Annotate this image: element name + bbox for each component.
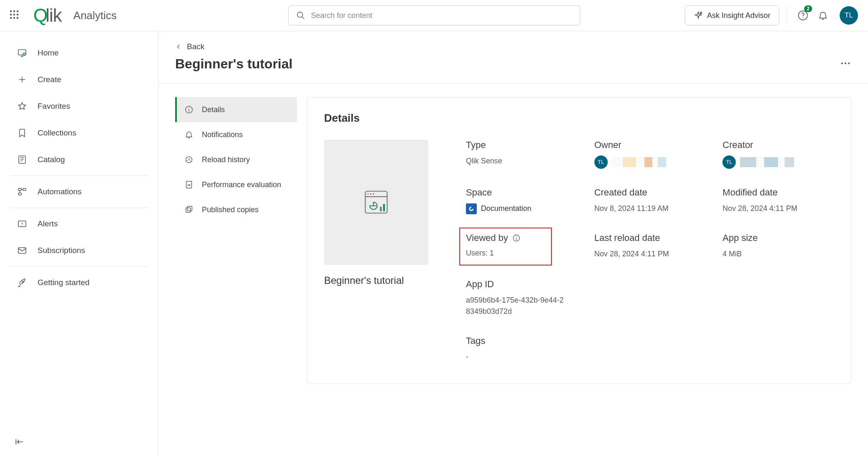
app-launcher-icon[interactable] — [10, 10, 20, 20]
copies-icon — [184, 205, 194, 214]
svg-point-15 — [845, 63, 846, 64]
panel-heading: Details — [324, 112, 834, 125]
field-label: App size — [722, 233, 834, 243]
tab-label: Performance evaluation — [202, 180, 281, 189]
tab-label: Reload history — [202, 155, 250, 164]
sidebar-item-subscriptions[interactable]: Subscriptions — [0, 237, 158, 264]
sidebar-item-automations[interactable]: Automations — [0, 178, 158, 205]
sidebar-item-alerts[interactable]: Alerts — [0, 210, 158, 237]
sidebar-item-collections[interactable]: Collections — [0, 120, 158, 146]
sidebar-item-getting-started[interactable]: Getting started — [0, 269, 158, 296]
tab-label: Notifications — [202, 130, 243, 139]
field-value: 4 MiB — [722, 248, 834, 260]
tab-performance-evaluation[interactable]: Performance evaluation — [175, 172, 297, 197]
field-owner: Owner TL — [594, 140, 706, 169]
svg-point-11 — [22, 225, 23, 226]
field-tags: Tags - — [466, 336, 578, 363]
back-label: Back — [187, 42, 204, 51]
svg-point-0 — [297, 12, 302, 18]
svg-rect-27 — [380, 207, 382, 211]
alert-icon — [17, 219, 28, 229]
page-title: Beginner's tutorial — [175, 56, 840, 72]
field-label: Space — [466, 187, 578, 198]
tab-details[interactable]: Details — [175, 97, 297, 122]
svg-point-25 — [370, 193, 371, 195]
svg-rect-9 — [18, 193, 21, 195]
sidebar-collapse-button[interactable] — [14, 436, 25, 448]
notifications-button[interactable] — [815, 7, 831, 24]
monitor-icon — [17, 48, 28, 58]
svg-rect-4 — [18, 50, 26, 55]
field-label: Type — [466, 140, 578, 150]
sidebar: Home Create Favorites Collections Catalo… — [0, 31, 159, 456]
sidebar-item-create[interactable]: Create — [0, 66, 158, 93]
sidebar-item-catalog[interactable]: Catalog — [0, 146, 158, 173]
rocket-icon — [17, 278, 28, 288]
back-button[interactable]: Back — [175, 42, 851, 51]
page-header: Back Beginner's tutorial — [159, 31, 868, 84]
user-avatar[interactable]: TL — [840, 6, 858, 25]
help-button[interactable]: 2 — [795, 7, 811, 24]
field-value[interactable]: Documentation — [466, 203, 531, 214]
field-space: Space Documentation — [466, 187, 578, 214]
ask-insight-advisor-button[interactable]: Ask Insight Advisor — [685, 5, 779, 25]
divider — [787, 6, 787, 25]
sidebar-item-label: Getting started — [38, 278, 90, 287]
sidebar-item-favorites[interactable]: Favorites — [0, 93, 158, 120]
field-value: Nov 8, 2024 11:19 AM — [594, 203, 706, 214]
sidebar-item-label: Favorites — [38, 102, 70, 111]
field-value: Users: 1 — [466, 248, 545, 259]
field-label: Modified date — [722, 187, 834, 198]
field-modified-date: Modified date Nov 28, 2024 4:11 PM — [722, 187, 834, 214]
thumb-title: Beginner's tutorial — [324, 275, 449, 286]
detail-tabs: Details Notifications Reload history Per… — [175, 97, 297, 384]
svg-point-13 — [22, 281, 24, 283]
ask-insight-advisor-label: Ask Insight Advisor — [707, 11, 770, 20]
field-value: TL — [594, 155, 706, 169]
app-thumbnail-icon — [362, 188, 391, 217]
search-input-wrap[interactable] — [288, 5, 580, 25]
tab-notifications[interactable]: Notifications — [175, 122, 297, 147]
field-value: Nov 28, 2024 4:11 PM — [594, 248, 706, 260]
app-thumbnail — [324, 140, 428, 265]
svg-rect-7 — [18, 188, 21, 190]
bookmark-icon — [17, 128, 28, 138]
svg-point-26 — [373, 193, 374, 195]
sidebar-item-label: Alerts — [38, 219, 58, 228]
more-icon — [840, 58, 851, 69]
info-icon[interactable] — [512, 234, 521, 242]
svg-rect-28 — [383, 204, 385, 211]
field-label: Last reload date — [594, 233, 706, 243]
thumb-column: Beginner's tutorial — [324, 140, 449, 286]
main: Back Beginner's tutorial Details Notific… — [159, 31, 868, 456]
sidebar-item-label: Automations — [38, 187, 82, 196]
svg-point-14 — [841, 63, 843, 64]
svg-point-18 — [189, 108, 189, 108]
owner-name-redacted — [612, 157, 666, 167]
field-app-size: App size 4 MiB — [722, 233, 834, 260]
field-value: TL — [722, 155, 834, 169]
svg-point-16 — [848, 63, 850, 64]
owner-avatar: TL — [594, 155, 608, 169]
sidebar-item-label: Subscriptions — [38, 246, 85, 255]
more-actions-button[interactable] — [840, 58, 851, 70]
field-label: Creator — [722, 140, 834, 150]
tab-reload-history[interactable]: Reload history — [175, 147, 297, 172]
collapse-icon — [14, 436, 25, 447]
field-last-reload-date: Last reload date Nov 28, 2024 4:11 PM — [594, 233, 706, 260]
field-value: - — [466, 351, 578, 363]
space-name: Documentation — [481, 203, 531, 214]
tab-published-copies[interactable]: Published copies — [175, 197, 297, 222]
svg-point-24 — [367, 193, 369, 195]
svg-rect-21 — [187, 206, 192, 211]
field-type: Type Qlik Sense — [466, 140, 578, 167]
field-value: Qlik Sense — [466, 155, 578, 167]
svg-line-1 — [302, 17, 304, 19]
search-input[interactable] — [311, 11, 572, 20]
highlight-annotation: Viewed by Users: 1 — [459, 228, 552, 266]
field-value: a959b6b4-175e-432b-9e44-28349b03d72d — [466, 295, 566, 317]
field-label: Tags — [466, 336, 578, 346]
body: Home Create Favorites Collections Catalo… — [0, 31, 868, 456]
field-viewed-by: Viewed by Users: 1 — [466, 233, 578, 261]
sidebar-item-home[interactable]: Home — [0, 40, 158, 66]
